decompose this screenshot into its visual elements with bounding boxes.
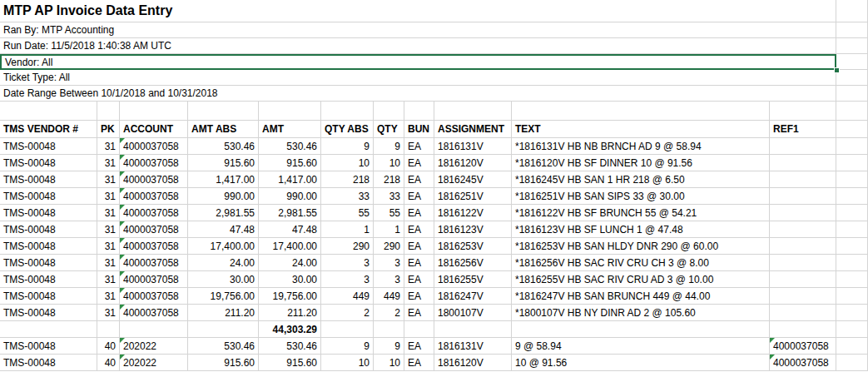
- cell-amt[interactable]: 211.20: [259, 305, 321, 321]
- cell-qty[interactable]: 3: [374, 271, 404, 288]
- cell-bun[interactable]: EA: [404, 221, 434, 238]
- empty-cell[interactable]: [512, 102, 770, 121]
- empty-cell[interactable]: [836, 255, 868, 271]
- cell-amt_abs[interactable]: 915.60: [188, 355, 259, 371]
- cell-amt_abs[interactable]: 2,981.55: [188, 205, 259, 221]
- cell-account[interactable]: 4000037058: [120, 238, 188, 255]
- cell-ref1[interactable]: [770, 155, 836, 171]
- cell-amt[interactable]: 24.00: [259, 255, 321, 271]
- cell-assignment[interactable]: 1816251V: [434, 188, 512, 205]
- column-header-vendor[interactable]: TMS VENDOR #: [0, 121, 97, 138]
- cell-qty[interactable]: 55: [374, 205, 404, 221]
- cell-amt_abs[interactable]: 530.46: [188, 138, 259, 155]
- empty-cell[interactable]: [836, 70, 868, 86]
- empty-cell[interactable]: [770, 102, 836, 121]
- cell-amt[interactable]: 47.48: [259, 221, 321, 238]
- cell-account[interactable]: 4000037058: [120, 171, 188, 188]
- cell-qty[interactable]: 9: [374, 338, 404, 355]
- cell-amt[interactable]: 990.00: [259, 188, 321, 205]
- cell-ref1[interactable]: [770, 271, 836, 288]
- cell-ref1[interactable]: [770, 288, 836, 305]
- cell-account[interactable]: 4000037058: [120, 188, 188, 205]
- cell-bun[interactable]: EA: [404, 288, 434, 305]
- cell-bun[interactable]: EA: [404, 355, 434, 371]
- cell-vendor[interactable]: TMS-00048: [0, 155, 97, 171]
- cell-vendor[interactable]: TMS-00048: [0, 221, 97, 238]
- cell-bun[interactable]: EA: [404, 171, 434, 188]
- cell-bun[interactable]: EA: [404, 138, 434, 155]
- cell-assignment[interactable]: 1816247V: [434, 288, 512, 305]
- empty-cell[interactable]: [836, 38, 868, 54]
- cell-amt[interactable]: 915.60: [259, 355, 321, 371]
- cell-amt[interactable]: 19,756.00: [259, 288, 321, 305]
- cell-account[interactable]: 4000037058: [120, 255, 188, 271]
- cell-ref1[interactable]: [770, 321, 836, 338]
- empty-cell[interactable]: [0, 102, 97, 121]
- empty-cell[interactable]: [836, 338, 868, 355]
- cell-ref1[interactable]: [770, 205, 836, 221]
- cell-amt_abs[interactable]: 19,756.00: [188, 288, 259, 305]
- cell-text[interactable]: *1816131V HB NB BRNCH AD 9 @ 58.94: [512, 138, 770, 155]
- cell-vendor[interactable]: TMS-00048: [0, 255, 97, 271]
- cell-qty[interactable]: 2: [374, 305, 404, 321]
- column-header-qty[interactable]: QTY: [374, 121, 404, 138]
- cell-amt[interactable]: 915.60: [259, 155, 321, 171]
- cell-bun[interactable]: [404, 321, 434, 338]
- cell-pk[interactable]: [97, 321, 120, 338]
- cell-qty_abs[interactable]: 10: [321, 155, 374, 171]
- cell-text[interactable]: *1816253V HB SAN HLDY DNR 290 @ 60.00: [512, 238, 770, 255]
- cell-qty_abs[interactable]: 449: [321, 288, 374, 305]
- cell-pk[interactable]: 40: [97, 338, 120, 355]
- cell-assignment[interactable]: 1816120V: [434, 155, 512, 171]
- cell-vendor[interactable]: TMS-00048: [0, 355, 97, 371]
- cell-qty[interactable]: 33: [374, 188, 404, 205]
- cell-amt[interactable]: 30.00: [259, 271, 321, 288]
- cell-text[interactable]: 9 @ 58.94: [512, 338, 770, 355]
- cell-text[interactable]: *1816255V HB SAC RIV CRU AD 3 @ 10.00: [512, 271, 770, 288]
- cell-qty_abs[interactable]: 3: [321, 255, 374, 271]
- cell-vendor[interactable]: TMS-00048: [0, 171, 97, 188]
- cell-qty_abs[interactable]: 33: [321, 188, 374, 205]
- empty-cell[interactable]: [259, 102, 321, 121]
- cell-account[interactable]: 4000037058: [120, 221, 188, 238]
- cell-qty_abs[interactable]: 1: [321, 221, 374, 238]
- cell-assignment[interactable]: 1816245V: [434, 171, 512, 188]
- cell-account[interactable]: 4000037058: [120, 271, 188, 288]
- column-header-ref1[interactable]: REF1: [770, 121, 836, 138]
- cell-amt_abs[interactable]: 47.48: [188, 221, 259, 238]
- cell-amt_abs[interactable]: [188, 321, 259, 338]
- cell-account[interactable]: 4000037058: [120, 305, 188, 321]
- cell-amt_abs[interactable]: 30.00: [188, 271, 259, 288]
- cell-amt_abs[interactable]: 211.20: [188, 305, 259, 321]
- cell-qty[interactable]: 449: [374, 288, 404, 305]
- cell-vendor[interactable]: TMS-00048: [0, 205, 97, 221]
- cell-text[interactable]: *1816251V HB SAN SIPS 33 @ 30.00: [512, 188, 770, 205]
- column-header-account[interactable]: ACCOUNT: [120, 121, 188, 138]
- cell-assignment[interactable]: 1816131V: [434, 138, 512, 155]
- cell-ref1[interactable]: 4000037058: [770, 355, 836, 371]
- empty-cell[interactable]: [836, 54, 868, 70]
- cell-assignment[interactable]: 1816131V: [434, 338, 512, 355]
- cell-bun[interactable]: EA: [404, 155, 434, 171]
- selection-fill-handle[interactable]: [834, 67, 840, 73]
- empty-cell[interactable]: [836, 205, 868, 221]
- cell-assignment[interactable]: 1816256V: [434, 255, 512, 271]
- column-header-qty_abs[interactable]: QTY ABS: [321, 121, 374, 138]
- cell-bun[interactable]: EA: [404, 255, 434, 271]
- cell-pk[interactable]: 31: [97, 238, 120, 255]
- cell-qty_abs[interactable]: 3: [321, 271, 374, 288]
- empty-cell[interactable]: [836, 321, 868, 338]
- cell-pk[interactable]: 31: [97, 188, 120, 205]
- cell-ref1[interactable]: [770, 238, 836, 255]
- cell-qty[interactable]: 290: [374, 238, 404, 255]
- cell-pk[interactable]: 31: [97, 288, 120, 305]
- cell-qty_abs[interactable]: 9: [321, 138, 374, 155]
- cell-account[interactable]: 4000037058: [120, 205, 188, 221]
- cell-qty_abs[interactable]: 2: [321, 305, 374, 321]
- column-header-amt[interactable]: AMT: [259, 121, 321, 138]
- cell-text[interactable]: *1816120V HB SF DINNER 10 @ 91.56: [512, 155, 770, 171]
- empty-cell[interactable]: [97, 102, 120, 121]
- cell-text[interactable]: *1816122V HB SF BRUNCH 55 @ 54.21: [512, 205, 770, 221]
- cell-amt[interactable]: 17,400.00: [259, 238, 321, 255]
- cell-assignment[interactable]: 1816253V: [434, 238, 512, 255]
